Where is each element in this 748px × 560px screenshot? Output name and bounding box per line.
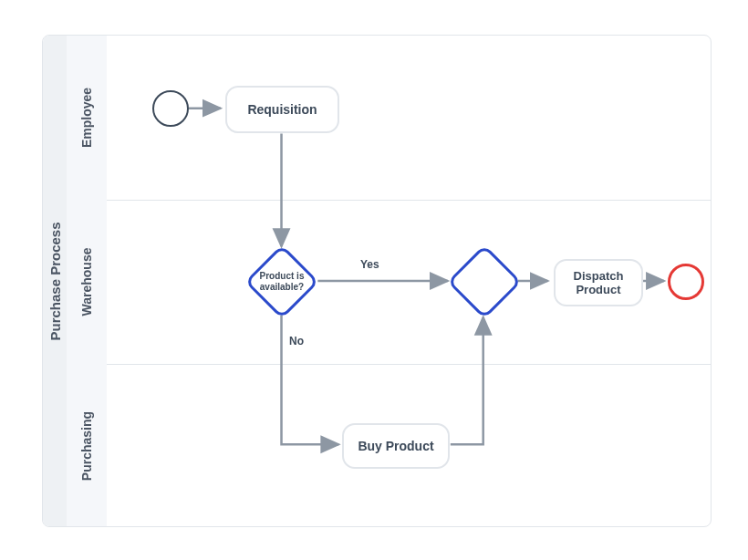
diagram-content: Requisition Product is available? Yes No…	[107, 36, 711, 526]
lane-purchasing: Purchasing	[67, 364, 107, 527]
task-requisition: Requisition	[225, 86, 339, 133]
lane-warehouse: Warehouse	[67, 200, 107, 364]
task-buy: Buy Product	[342, 423, 450, 469]
gateway-merge	[447, 244, 522, 319]
task-requisition-label: Requisition	[247, 102, 317, 117]
edge-label-yes: Yes	[360, 258, 379, 271]
end-event	[668, 264, 704, 300]
task-buy-label: Buy Product	[358, 439, 433, 453]
task-dispatch-label: Dispatch Product	[566, 269, 630, 296]
lane-warehouse-label: Warehouse	[79, 248, 94, 316]
lane-employee: Employee	[67, 36, 107, 200]
pool-title-band: Purchase Process	[43, 36, 67, 526]
gateway-decision-label: Product is available?	[250, 271, 314, 293]
edge-label-no: No	[289, 335, 304, 347]
lanes-band: Employee Warehouse Purchasing	[67, 36, 107, 526]
start-event	[152, 90, 189, 127]
task-dispatch: Dispatch Product	[554, 259, 643, 306]
lane-employee-label: Employee	[79, 88, 94, 148]
bpmn-diagram: Purchase Process Employee Warehouse Purc…	[0, 0, 748, 560]
lane-purchasing-label: Purchasing	[79, 411, 94, 481]
pool: Purchase Process Employee Warehouse Purc…	[42, 35, 712, 527]
pool-title: Purchase Process	[47, 222, 63, 340]
